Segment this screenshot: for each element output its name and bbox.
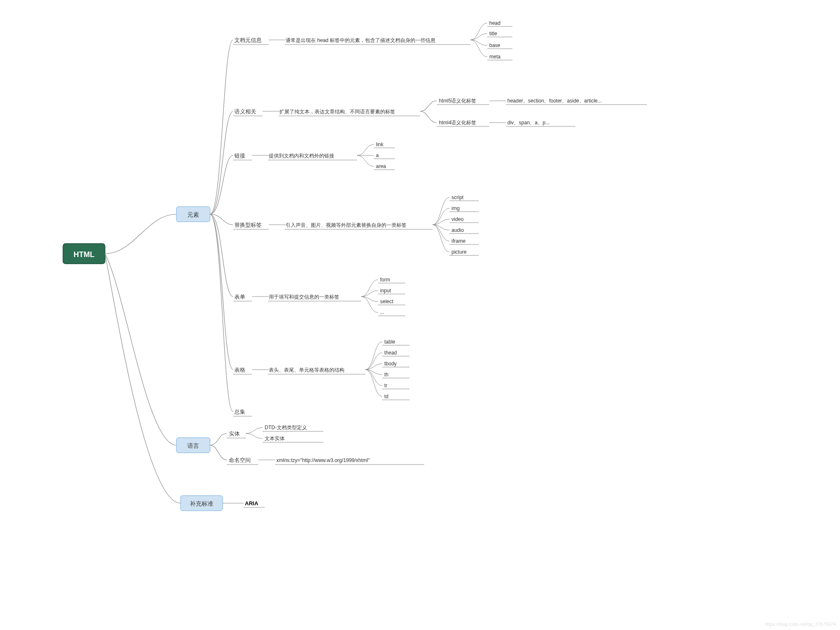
- docinfo-item-meta: meta: [489, 54, 501, 60]
- replaced-desc: 引入声音、图片、视频等外部元素替换自身的一类标签: [286, 222, 407, 228]
- table-tbody: tbody: [384, 361, 396, 367]
- root-label: HTML: [74, 250, 94, 259]
- node-replaced[interactable]: 替换型标签: [234, 222, 262, 228]
- mindmap-canvas: HTML 元素 语言 补充标准 文档元信息 通常是出现在 head 标签中的元素…: [0, 0, 840, 630]
- links-item-a: a: [376, 152, 379, 158]
- group-extra[interactable]: 补充标准: [181, 496, 223, 511]
- links-desc: 提供到文档内和文档外的链接: [269, 153, 334, 159]
- node-docinfo[interactable]: 文档元信息: [234, 37, 262, 43]
- replaced-audio: audio: [452, 227, 464, 233]
- replaced-picture: picture: [452, 249, 467, 255]
- node-summary[interactable]: 总集: [234, 409, 245, 415]
- semantic-html4-ex: div、span、a、p...: [507, 120, 550, 126]
- group-language-label: 语言: [187, 442, 199, 449]
- node-semantic[interactable]: 语义相关: [234, 108, 256, 115]
- namespace-value: xmlns:tzy="http://www.w3.org/1999/xhtml": [276, 457, 370, 463]
- links-item-link: link: [376, 142, 384, 147]
- group-elements-label: 元素: [187, 211, 199, 218]
- node-links[interactable]: 链接: [234, 152, 245, 159]
- root-node[interactable]: HTML: [63, 244, 105, 264]
- form-select: select: [380, 299, 394, 304]
- form-input: input: [380, 288, 391, 294]
- group-language[interactable]: 语言: [176, 438, 210, 453]
- semantic-html5: html5语义化标签: [439, 98, 476, 104]
- docinfo-desc: 通常是出现在 head 标签中的元素，包含了描述文档自身的一些信息: [286, 37, 436, 43]
- form-desc: 用于填写和提交信息的一类标签: [269, 294, 339, 300]
- semantic-html5-ex: header、section、footer、aside、article...: [507, 98, 602, 104]
- docinfo-item-title: title: [489, 31, 497, 37]
- entity-text: 文本实体: [265, 436, 285, 441]
- table-td: td: [384, 394, 388, 399]
- docinfo-item-head: head: [489, 20, 501, 26]
- table-desc: 表头、表尾、单元格等表格的结构: [269, 367, 344, 373]
- replaced-iframe: iframe: [452, 238, 466, 244]
- replaced-script: script: [452, 194, 464, 200]
- node-form[interactable]: 表单: [234, 294, 245, 300]
- table-tr: tr: [384, 383, 387, 388]
- watermark-text: https://blog.csdn.net/qq_37675674: [765, 622, 836, 627]
- branch-root-elements: [105, 214, 176, 254]
- table-th: th: [384, 372, 388, 378]
- semantic-html4: html4语义化标签: [439, 120, 476, 126]
- branch-root-extra: [105, 254, 181, 503]
- replaced-img: img: [452, 205, 459, 211]
- semantic-desc: 扩展了纯文本，表达文章结构、不同语言要素的标签: [279, 109, 395, 115]
- node-entity[interactable]: 实体: [229, 430, 240, 437]
- form-more: ...: [380, 310, 384, 315]
- form-form: form: [380, 277, 390, 283]
- group-extra-label: 补充标准: [190, 500, 213, 507]
- docinfo-item-base: base: [489, 42, 500, 48]
- branch-root-language: [105, 254, 176, 445]
- table-table: table: [384, 339, 395, 345]
- node-namespace[interactable]: 命名空间: [229, 457, 251, 463]
- extra-aria: ARIA: [245, 500, 258, 507]
- links-item-area: area: [376, 163, 386, 169]
- replaced-video: video: [452, 216, 464, 222]
- entity-dtd: DTD-文档类型定义: [265, 425, 307, 430]
- node-table[interactable]: 表格: [234, 367, 245, 373]
- table-thead: thead: [384, 350, 397, 356]
- group-elements[interactable]: 元素: [176, 207, 210, 222]
